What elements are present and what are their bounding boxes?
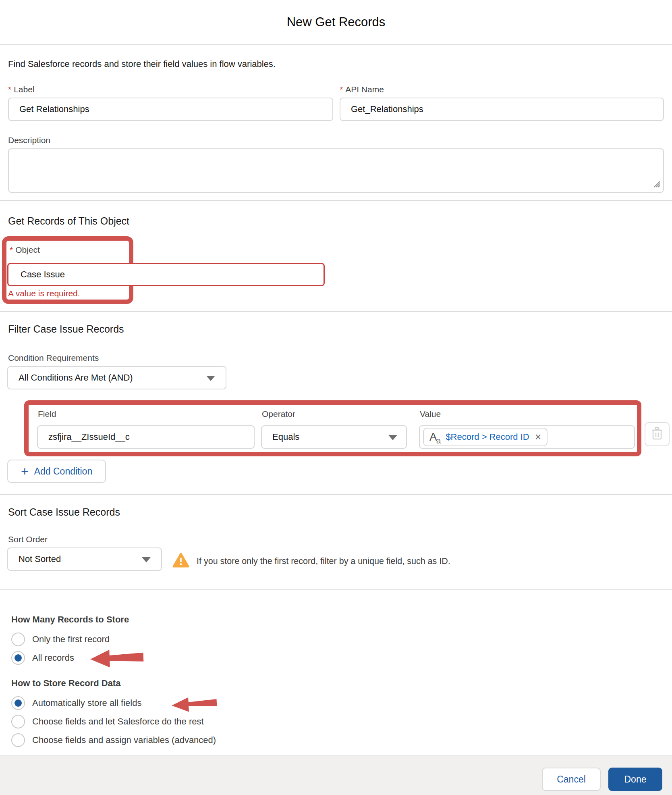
condition-value-combobox[interactable]: Aa $Record > Record ID × — [419, 425, 635, 449]
object-section-heading: Get Records of This Object — [8, 215, 129, 227]
section-divider — [0, 311, 672, 312]
annotation-arrow-icon — [171, 696, 218, 712]
value-pill-text: $Record > Record ID — [446, 432, 529, 442]
required-asterisk: * — [8, 85, 11, 94]
how-many-records-heading: How Many Records to Store — [11, 614, 129, 625]
condition-requirements-select[interactable]: All Conditions Are Met (AND) — [7, 366, 226, 389]
warning-text: If you store only the first record, filt… — [197, 556, 450, 566]
new-get-records-dialog: New Get Records Find Salesforce records … — [0, 0, 672, 795]
api-name-input[interactable]: Get_Relationships — [340, 98, 664, 121]
condition-value-label: Value — [420, 409, 441, 419]
sort-section-heading: Sort Case Issue Records — [8, 506, 120, 518]
filter-section-heading: Filter Case Issue Records — [8, 323, 124, 335]
description-field-label: Description — [8, 135, 664, 145]
resize-handle-icon[interactable] — [652, 179, 661, 189]
warning-icon — [172, 553, 189, 570]
api-name-field-group: *API Name Get_Relationships — [340, 85, 664, 121]
done-button[interactable]: Done — [608, 768, 662, 791]
trash-icon — [651, 427, 663, 442]
delete-condition-button[interactable] — [645, 422, 670, 446]
add-condition-button[interactable]: + Add Condition — [7, 460, 106, 483]
cancel-button[interactable]: Cancel — [542, 768, 601, 791]
chevron-down-icon — [388, 435, 397, 440]
description-field-group: Description — [8, 135, 664, 193]
condition-operator-label: Operator — [262, 409, 295, 419]
section-divider — [0, 200, 672, 201]
how-to-store-heading: How to Store Record Data — [11, 678, 120, 689]
text-type-icon: Aa — [429, 431, 441, 443]
page-title: New Get Records — [0, 0, 672, 44]
chevron-down-icon — [206, 376, 215, 381]
chevron-down-icon — [142, 557, 151, 562]
required-asterisk: * — [10, 245, 13, 254]
annotation-arrow-icon — [89, 648, 144, 668]
object-field-label: *Object — [10, 245, 40, 255]
radio-automatically-store[interactable]: Automatically store all fields — [11, 695, 141, 711]
condition-operator-select[interactable]: Equals — [261, 425, 407, 449]
label-input[interactable]: Get Relationships — [8, 98, 333, 121]
description-textarea[interactable] — [8, 148, 664, 193]
dialog-description-text: Find Salesforce records and store their … — [8, 59, 276, 69]
condition-row: Field zsfjira__ZIssueId__c Operator Equa… — [0, 400, 672, 458]
dialog-footer: Cancel Done — [0, 755, 672, 795]
condition-field-label: Field — [38, 409, 56, 419]
close-icon[interactable]: × — [535, 431, 541, 443]
radio-button-icon[interactable] — [11, 696, 25, 710]
sort-order-select[interactable]: Not Sorted — [7, 547, 162, 571]
label-field-label: *Label — [8, 85, 333, 94]
radio-button-icon[interactable] — [11, 633, 25, 646]
sort-order-label: Sort Order — [8, 535, 48, 544]
required-asterisk: * — [340, 85, 343, 94]
sort-warning: If you store only the first record, filt… — [172, 552, 450, 570]
object-error-message: A value is required. — [8, 289, 80, 298]
radio-all-records[interactable]: All records — [11, 650, 74, 666]
api-name-field-label: *API Name — [340, 85, 664, 94]
condition-requirements-label: Condition Requirements — [8, 353, 99, 363]
dialog-header: New Get Records — [0, 0, 672, 45]
radio-button-icon[interactable] — [11, 651, 25, 665]
radio-choose-fields-advanced[interactable]: Choose fields and assign variables (adva… — [11, 732, 216, 748]
radio-button-icon[interactable] — [11, 715, 25, 728]
label-field-group: *Label Get Relationships — [8, 85, 333, 121]
condition-field-input[interactable]: zsfjira__ZIssueId__c — [37, 425, 255, 449]
section-divider — [0, 494, 672, 495]
section-divider — [0, 589, 672, 590]
radio-button-icon[interactable] — [11, 733, 25, 747]
radio-choose-fields-salesforce[interactable]: Choose fields and let Salesforce do the … — [11, 714, 204, 730]
object-combobox[interactable]: Case Issue — [7, 263, 325, 286]
value-pill[interactable]: Aa $Record > Record ID × — [423, 428, 548, 446]
object-field-group: *Object Case Issue A value is required. — [0, 236, 672, 306]
radio-only-first-record[interactable]: Only the first record — [11, 631, 110, 647]
